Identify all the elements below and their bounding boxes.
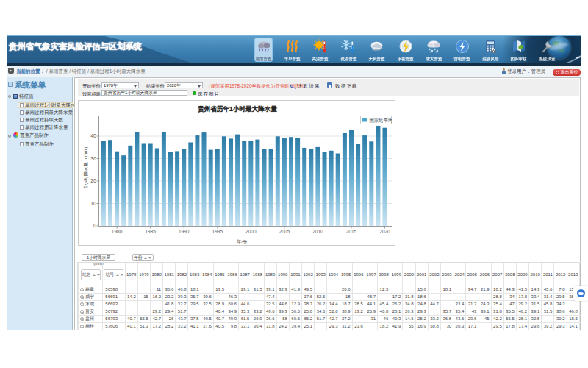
svg-text:10: 10 <box>90 201 96 206</box>
svg-text:1小时降水量（mm）: 1小时降水量（mm） <box>82 144 88 188</box>
svg-text:贵州省历年1小时最大降水量: 贵州省历年1小时最大降水量 <box>198 105 277 113</box>
svg-text:1985: 1985 <box>145 229 156 234</box>
svg-text:30: 30 <box>90 156 96 161</box>
svg-text:0: 0 <box>93 223 96 228</box>
svg-text:2010: 2010 <box>312 229 323 234</box>
svg-text:2000: 2000 <box>245 229 257 234</box>
svg-text:1990: 1990 <box>178 229 189 234</box>
svg-text:1980: 1980 <box>111 229 122 234</box>
svg-text:2015: 2015 <box>345 229 356 234</box>
svg-text:年份: 年份 <box>237 239 248 245</box>
svg-text:2020: 2020 <box>379 229 390 234</box>
svg-text:20: 20 <box>90 178 96 183</box>
svg-text:1995: 1995 <box>212 229 223 234</box>
svg-text:40: 40 <box>90 133 96 138</box>
svg-text:2005: 2005 <box>279 229 290 234</box>
svg-text:国家站平均: 国家站平均 <box>369 118 392 124</box>
